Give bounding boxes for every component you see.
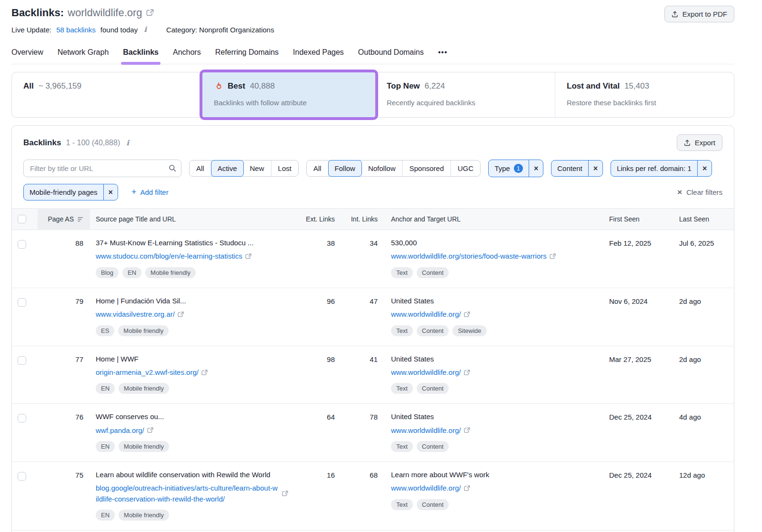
follow-option-nofollow[interactable]: Nofollow	[361, 161, 403, 176]
clear-filters-button[interactable]: × Clear filters	[677, 188, 722, 197]
anchor-tag: Text	[391, 441, 413, 452]
table-row: 75 Learn about wildlife conservation wit…	[12, 462, 734, 531]
card-all-value: ~ 3,965,159	[39, 81, 81, 91]
add-filter-button[interactable]: + Add filter	[131, 187, 169, 197]
search-icon[interactable]	[169, 164, 176, 172]
tab-overview[interactable]: Overview	[11, 48, 43, 57]
sort-descending-icon	[77, 217, 84, 222]
table-header-row: Page AS Source page Title and URL Ext. L…	[12, 208, 734, 230]
filter-chip-mobile-friendly: Mobile-friendly pages ×	[23, 184, 118, 201]
filter-chip-content-label[interactable]: Content	[551, 161, 588, 176]
target-url-link[interactable]: www.worldwildlife.org/	[391, 483, 461, 494]
info-icon[interactable]: i	[142, 25, 148, 34]
page-tag: Mobile friendly	[119, 383, 169, 394]
last-seen-value: Jul 6, 2025	[679, 238, 734, 247]
ext-links-value: 98	[302, 354, 341, 363]
close-icon[interactable]: ×	[697, 161, 712, 176]
column-anchor-target[interactable]: Anchor and Target URL	[383, 209, 609, 229]
column-source-title[interactable]: Source page Title and URL	[90, 209, 302, 229]
export-to-pdf-button[interactable]: Export to PDF	[664, 6, 734, 22]
backlinks-table-card: Backlinks 1 - 100 (40,888) i Export	[11, 125, 734, 532]
column-ext-links[interactable]: Ext. Links	[302, 209, 341, 229]
tab-outbound-domains[interactable]: Outbound Domains	[358, 48, 424, 57]
card-lost-subtitle: Restore these backlinks first	[567, 99, 722, 107]
source-url-link[interactable]: www.vidasilvestre.org.ar/	[96, 309, 175, 320]
filter-chip-links-per-domain-label[interactable]: Links per ref. domain: 1	[611, 161, 697, 176]
column-page-as[interactable]: Page AS	[38, 209, 90, 229]
target-url-link[interactable]: www.worldwildlife.org/	[391, 309, 461, 320]
page-as-value: 88	[38, 238, 90, 247]
card-top-new-title: Top New	[387, 81, 420, 91]
tab-referring-domains[interactable]: Referring Domains	[215, 48, 279, 57]
external-link-icon[interactable]	[550, 253, 556, 260]
tab-network-graph[interactable]: Network Graph	[58, 48, 109, 57]
follow-filter-group: All Follow Nofollow Sponsored UGC	[306, 160, 481, 177]
external-link-icon[interactable]	[178, 311, 184, 318]
follow-option-ugc[interactable]: UGC	[451, 161, 480, 176]
source-url-link[interactable]: origin-armenia_v2.wwf-sites.org/	[96, 367, 199, 378]
flame-icon	[214, 82, 223, 91]
external-link-icon[interactable]	[282, 491, 288, 497]
follow-option-sponsored[interactable]: Sponsored	[402, 161, 451, 176]
select-all-checkbox[interactable]	[18, 215, 26, 223]
source-url-link[interactable]: wwf.panda.org/	[96, 425, 144, 436]
external-link-icon[interactable]	[245, 253, 251, 260]
tab-anchors[interactable]: Anchors	[173, 48, 201, 57]
info-icon[interactable]: i	[125, 139, 130, 147]
row-checkbox[interactable]	[18, 298, 26, 307]
ext-links-value: 16	[302, 470, 341, 479]
first-seen-value: Nov 6, 2024	[609, 296, 679, 305]
external-link-icon[interactable]	[464, 427, 470, 433]
live-update-link[interactable]: 58 backlinks	[56, 26, 96, 34]
tab-backlinks[interactable]: Backlinks	[123, 48, 159, 57]
export-button[interactable]: Export	[677, 134, 722, 151]
external-link-icon[interactable]	[464, 311, 470, 318]
column-int-links[interactable]: Int. Links	[341, 209, 383, 229]
filter-search-input[interactable]	[23, 160, 181, 177]
card-all[interactable]: All ~ 3,965,159	[12, 72, 202, 117]
status-option-new[interactable]: New	[243, 161, 271, 176]
tab-indexed-pages[interactable]: Indexed Pages	[293, 48, 344, 57]
column-last-seen[interactable]: Last Seen	[679, 209, 734, 229]
external-link-icon[interactable]	[146, 9, 154, 17]
filter-chip-mobile-friendly-label[interactable]: Mobile-friendly pages	[24, 184, 103, 200]
row-checkbox[interactable]	[18, 472, 26, 481]
close-icon[interactable]: ×	[103, 184, 118, 200]
row-checkbox[interactable]	[18, 356, 26, 365]
status-option-all[interactable]: All	[190, 161, 211, 176]
external-link-icon[interactable]	[464, 485, 470, 492]
first-seen-value: Dec 25, 2024	[609, 470, 679, 479]
source-url-link[interactable]: blog.google/outreach-initiatives/arts-cu…	[96, 483, 279, 504]
page-subheader: Live Update: 58 backlinks found today i …	[11, 25, 734, 34]
row-checkbox[interactable]	[18, 414, 26, 422]
external-link-icon[interactable]	[147, 427, 153, 433]
int-links-value: 47	[341, 296, 383, 305]
anchor-text: 530,000	[391, 238, 595, 248]
target-url-link[interactable]: www.worldwildlife.org/	[391, 367, 461, 378]
add-filter-label: Add filter	[140, 188, 168, 196]
card-lost-and-vital[interactable]: Lost and Vital 15,403 Restore these back…	[555, 72, 734, 117]
follow-option-all[interactable]: All	[307, 161, 329, 176]
backlinks-page: Backlinks: worldwildlife.org Live Update…	[11, 0, 734, 532]
status-option-active[interactable]: Active	[211, 160, 244, 177]
filter-chip-type-label[interactable]: Type 1	[489, 160, 529, 177]
status-option-lost[interactable]: Lost	[271, 161, 298, 176]
follow-option-follow[interactable]: Follow	[328, 160, 362, 177]
target-url-link[interactable]: www.worldwildlife.org/	[391, 425, 461, 436]
report-tabs: Overview Network Graph Backlinks Anchors…	[11, 48, 734, 64]
source-page-title: Home | WWF	[96, 354, 288, 364]
card-best[interactable]: Best 40,888 Backlinks with follow attrib…	[202, 72, 375, 117]
close-icon[interactable]: ×	[529, 160, 543, 177]
source-url-link[interactable]: www.studocu.com/blog/en/e-learning-stati…	[96, 251, 242, 262]
close-icon[interactable]: ×	[588, 161, 602, 176]
more-tabs-icon[interactable]: •••	[438, 48, 448, 57]
column-first-seen[interactable]: First Seen	[609, 209, 679, 229]
row-checkbox[interactable]	[18, 240, 26, 249]
target-url-link[interactable]: www.worldwildlife.org/stories/food-waste…	[391, 251, 547, 262]
external-link-icon[interactable]	[464, 370, 470, 376]
int-links-value: 68	[341, 470, 383, 479]
table-row: 77 Home | WWF origin-armenia_v2.wwf-site…	[12, 346, 734, 404]
card-all-title: All	[23, 81, 34, 91]
card-top-new[interactable]: Top New 6,224 Recently acquired backlink…	[375, 72, 555, 117]
external-link-icon[interactable]	[201, 370, 208, 376]
